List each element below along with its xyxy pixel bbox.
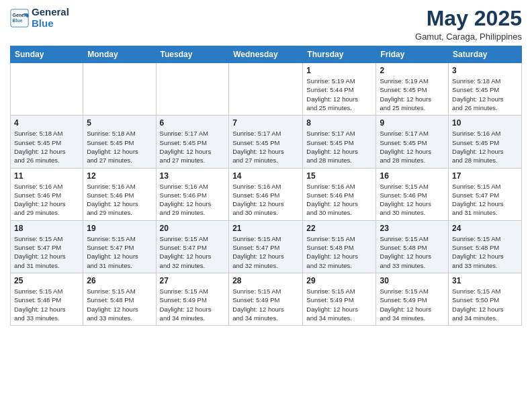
day-number: 22 (306, 224, 372, 233)
svg-text:Blue: Blue (13, 18, 23, 23)
day-info: Sunrise: 5:15 AM Sunset: 5:49 PM Dayligh… (380, 287, 445, 322)
day-info: Sunrise: 5:16 AM Sunset: 5:46 PM Dayligh… (306, 182, 372, 218)
calendar-day-14: 14Sunrise: 5:16 AM Sunset: 5:46 PM Dayli… (229, 168, 303, 220)
col-header-saturday: Saturday (449, 46, 522, 63)
calendar-day-5: 5Sunrise: 5:18 AM Sunset: 5:45 PM Daylig… (83, 116, 156, 168)
day-info: Sunrise: 5:15 AM Sunset: 5:49 PM Dayligh… (232, 287, 299, 322)
day-number: 30 (380, 276, 445, 285)
calendar-day-22: 22Sunrise: 5:15 AM Sunset: 5:48 PM Dayli… (303, 220, 376, 273)
day-number: 10 (452, 118, 518, 128)
day-info: Sunrise: 5:16 AM Sunset: 5:46 PM Dayligh… (232, 182, 299, 218)
col-header-wednesday: Wednesday (229, 46, 303, 63)
col-header-monday: Monday (83, 46, 156, 63)
calendar-day-20: 20Sunrise: 5:15 AM Sunset: 5:47 PM Dayli… (156, 220, 229, 273)
day-number: 5 (87, 118, 152, 128)
day-info: Sunrise: 5:15 AM Sunset: 5:50 PM Dayligh… (452, 287, 518, 322)
calendar-day-2: 2Sunrise: 5:19 AM Sunset: 5:45 PM Daylig… (376, 63, 449, 116)
calendar-week-row: 18Sunrise: 5:15 AM Sunset: 5:47 PM Dayli… (11, 220, 522, 273)
calendar-day-30: 30Sunrise: 5:15 AM Sunset: 5:49 PM Dayli… (376, 273, 449, 325)
day-number: 1 (306, 66, 372, 75)
day-number: 18 (14, 224, 79, 233)
col-header-friday: Friday (376, 46, 449, 63)
day-number: 11 (14, 171, 79, 181)
day-number: 19 (87, 224, 152, 233)
day-info: Sunrise: 5:15 AM Sunset: 5:48 PM Dayligh… (14, 287, 79, 322)
day-number: 16 (380, 171, 445, 181)
day-number: 12 (87, 171, 152, 181)
day-number: 24 (452, 224, 518, 233)
day-info: Sunrise: 5:15 AM Sunset: 5:48 PM Dayligh… (87, 287, 152, 322)
day-number: 29 (306, 276, 372, 285)
day-number: 2 (380, 66, 445, 75)
calendar-day-8: 8Sunrise: 5:17 AM Sunset: 5:45 PM Daylig… (303, 116, 376, 168)
day-info: Sunrise: 5:15 AM Sunset: 5:47 PM Dayligh… (14, 234, 79, 270)
calendar: SundayMondayTuesdayWednesdayThursdayFrid… (10, 46, 522, 326)
day-number: 4 (14, 118, 79, 128)
day-info: Sunrise: 5:15 AM Sunset: 5:46 PM Dayligh… (380, 182, 445, 218)
day-info: Sunrise: 5:15 AM Sunset: 5:48 PM Dayligh… (380, 234, 445, 270)
col-header-sunday: Sunday (11, 46, 83, 63)
calendar-day-19: 19Sunrise: 5:15 AM Sunset: 5:47 PM Dayli… (83, 220, 156, 273)
day-info: Sunrise: 5:17 AM Sunset: 5:45 PM Dayligh… (380, 129, 445, 165)
day-info: Sunrise: 5:19 AM Sunset: 5:45 PM Dayligh… (380, 77, 445, 112)
calendar-day-10: 10Sunrise: 5:16 AM Sunset: 5:45 PM Dayli… (449, 116, 522, 168)
calendar-day-25: 25Sunrise: 5:15 AM Sunset: 5:48 PM Dayli… (11, 273, 83, 325)
calendar-day-23: 23Sunrise: 5:15 AM Sunset: 5:48 PM Dayli… (376, 220, 449, 273)
day-info: Sunrise: 5:18 AM Sunset: 5:45 PM Dayligh… (14, 129, 79, 165)
calendar-day-26: 26Sunrise: 5:15 AM Sunset: 5:48 PM Dayli… (83, 273, 156, 325)
logo-text: General Blue (32, 7, 69, 29)
day-info: Sunrise: 5:15 AM Sunset: 5:49 PM Dayligh… (306, 287, 372, 322)
page: General Blue General Blue May 2025 Gamut… (0, 0, 532, 411)
empty-day (83, 63, 156, 116)
logo-icon: General Blue (10, 9, 29, 28)
calendar-day-16: 16Sunrise: 5:15 AM Sunset: 5:46 PM Dayli… (376, 168, 449, 220)
day-number: 28 (232, 276, 299, 285)
calendar-day-18: 18Sunrise: 5:15 AM Sunset: 5:47 PM Dayli… (11, 220, 83, 273)
day-info: Sunrise: 5:16 AM Sunset: 5:45 PM Dayligh… (452, 129, 518, 165)
day-info: Sunrise: 5:15 AM Sunset: 5:48 PM Dayligh… (306, 234, 372, 270)
col-header-thursday: Thursday (303, 46, 376, 63)
calendar-day-15: 15Sunrise: 5:16 AM Sunset: 5:46 PM Dayli… (303, 168, 376, 220)
calendar-day-6: 6Sunrise: 5:17 AM Sunset: 5:45 PM Daylig… (156, 116, 229, 168)
calendar-day-1: 1Sunrise: 5:19 AM Sunset: 5:44 PM Daylig… (303, 63, 376, 116)
title-block: May 2025 Gamut, Caraga, Philippines (415, 7, 522, 42)
day-number: 26 (87, 276, 152, 285)
col-header-tuesday: Tuesday (156, 46, 229, 63)
day-info: Sunrise: 5:16 AM Sunset: 5:46 PM Dayligh… (160, 182, 226, 218)
calendar-day-21: 21Sunrise: 5:15 AM Sunset: 5:47 PM Dayli… (229, 220, 303, 273)
empty-day (229, 63, 303, 116)
empty-day (11, 63, 83, 116)
day-info: Sunrise: 5:18 AM Sunset: 5:45 PM Dayligh… (452, 77, 518, 112)
calendar-day-31: 31Sunrise: 5:15 AM Sunset: 5:50 PM Dayli… (449, 273, 522, 325)
calendar-day-11: 11Sunrise: 5:16 AM Sunset: 5:46 PM Dayli… (11, 168, 83, 220)
day-number: 7 (232, 118, 299, 128)
day-number: 31 (452, 276, 518, 285)
calendar-day-17: 17Sunrise: 5:15 AM Sunset: 5:47 PM Dayli… (449, 168, 522, 220)
calendar-day-27: 27Sunrise: 5:15 AM Sunset: 5:49 PM Dayli… (156, 273, 229, 325)
calendar-header-row: SundayMondayTuesdayWednesdayThursdayFrid… (11, 46, 522, 63)
day-number: 17 (452, 171, 518, 181)
calendar-day-12: 12Sunrise: 5:16 AM Sunset: 5:46 PM Dayli… (83, 168, 156, 220)
day-number: 25 (14, 276, 79, 285)
calendar-day-7: 7Sunrise: 5:17 AM Sunset: 5:45 PM Daylig… (229, 116, 303, 168)
day-info: Sunrise: 5:18 AM Sunset: 5:45 PM Dayligh… (87, 129, 152, 165)
day-number: 15 (306, 171, 372, 181)
day-info: Sunrise: 5:15 AM Sunset: 5:47 PM Dayligh… (160, 234, 226, 270)
day-number: 3 (452, 66, 518, 75)
day-info: Sunrise: 5:15 AM Sunset: 5:49 PM Dayligh… (160, 287, 226, 322)
day-info: Sunrise: 5:15 AM Sunset: 5:47 PM Dayligh… (87, 234, 152, 270)
day-info: Sunrise: 5:16 AM Sunset: 5:46 PM Dayligh… (14, 182, 79, 218)
calendar-day-4: 4Sunrise: 5:18 AM Sunset: 5:45 PM Daylig… (11, 116, 83, 168)
month-title: May 2025 (415, 7, 522, 30)
day-number: 9 (380, 118, 445, 128)
day-info: Sunrise: 5:19 AM Sunset: 5:44 PM Dayligh… (306, 77, 372, 112)
day-number: 23 (380, 224, 445, 233)
location: Gamut, Caraga, Philippines (415, 32, 522, 42)
calendar-day-9: 9Sunrise: 5:17 AM Sunset: 5:45 PM Daylig… (376, 116, 449, 168)
empty-day (156, 63, 229, 116)
logo-line2: Blue (32, 17, 54, 29)
day-number: 14 (232, 171, 299, 181)
day-info: Sunrise: 5:15 AM Sunset: 5:47 PM Dayligh… (232, 234, 299, 270)
day-number: 27 (160, 276, 226, 285)
day-info: Sunrise: 5:15 AM Sunset: 5:48 PM Dayligh… (452, 234, 518, 270)
